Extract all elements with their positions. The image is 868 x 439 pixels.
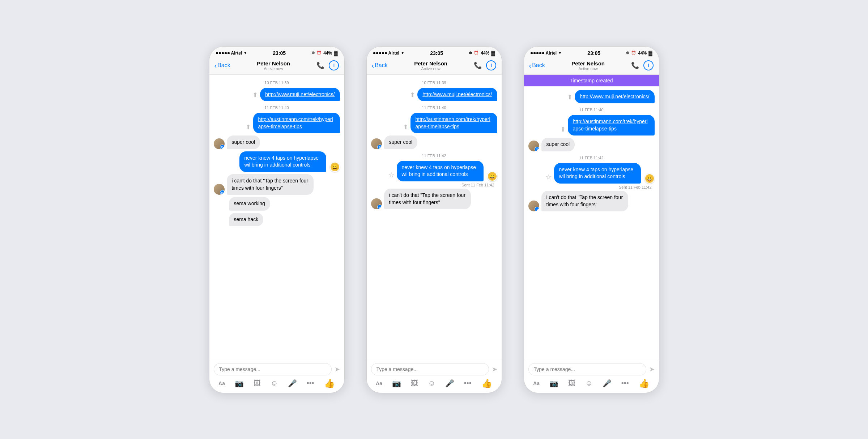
input-area: ➤ Aa 📷 🖼 ☺ 🎤 ••• 👍 bbox=[367, 360, 502, 393]
chat-area: ⬆http://www.muji.net/electronics/11 FEB … bbox=[524, 86, 659, 360]
audio-button[interactable]: 🎤 bbox=[288, 379, 297, 388]
time-label: 23:05 bbox=[273, 50, 286, 56]
phone-phone3: Airtel▼23:05⊕⏰44%▓‹BackPeter NelsonActiv… bbox=[524, 46, 659, 393]
camera-button[interactable]: 📷 bbox=[549, 379, 558, 388]
photo-button[interactable]: 🖼 bbox=[254, 379, 261, 387]
message-timestamp: 11 FEB 11:42 bbox=[371, 154, 497, 158]
thumbs-up-button[interactable]: 👍 bbox=[481, 378, 492, 388]
sent-status-label: Sent 11 Feb 11:42 bbox=[619, 185, 652, 189]
battery-label: 44% bbox=[323, 51, 332, 56]
back-button[interactable]: ‹Back bbox=[529, 61, 545, 70]
toolbar-row: Aa 📷 🖼 ☺ 🎤 ••• 👍 bbox=[528, 375, 655, 390]
message-row: mi can't do that "Tap the screen four ti… bbox=[528, 191, 655, 211]
message-bubble-sent-link[interactable]: http://www.muji.net/electronics/ bbox=[260, 88, 340, 102]
audio-button[interactable]: 🎤 bbox=[445, 379, 454, 388]
message-bubble-sent-link[interactable]: http://www.muji.net/electronics/ bbox=[575, 90, 654, 104]
contact-name: Peter Nelson bbox=[571, 60, 605, 66]
avatar: m bbox=[528, 141, 539, 151]
emoji-button[interactable]: ☺ bbox=[271, 379, 278, 387]
phone-call-icon[interactable]: 📞 bbox=[631, 61, 639, 69]
message-bubble-received: i can't do that "Tap the screen four tim… bbox=[541, 191, 628, 211]
more-button[interactable]: ••• bbox=[464, 379, 472, 387]
message-input[interactable] bbox=[371, 363, 489, 375]
message-input[interactable] bbox=[214, 363, 332, 375]
message-bubble-sent-link[interactable]: http://austinmann.com/trek/hyperlapse-ti… bbox=[253, 113, 340, 133]
back-button[interactable]: ‹Back bbox=[372, 61, 388, 70]
back-arrow-icon: ‹ bbox=[372, 61, 374, 70]
status-right: ⊕⏰44%▓ bbox=[311, 50, 337, 56]
more-button[interactable]: ••• bbox=[307, 379, 314, 387]
info-icon: i bbox=[648, 63, 649, 68]
nav-bar: ‹BackPeter NelsonActive now 📞 i bbox=[367, 58, 502, 75]
photo-button[interactable]: 🖼 bbox=[411, 379, 418, 387]
message-bubble-sent-link[interactable]: http://www.muji.net/electronics/ bbox=[417, 88, 497, 102]
photo-button[interactable]: 🖼 bbox=[568, 379, 575, 387]
gps-icon: ⊕ bbox=[626, 51, 629, 55]
message-bubble-received: i can't do that "Tap the screen four tim… bbox=[384, 189, 471, 209]
thumbs-up-button[interactable]: 👍 bbox=[639, 378, 650, 388]
time-label: 23:05 bbox=[587, 50, 600, 56]
back-button[interactable]: ‹Back bbox=[214, 61, 230, 70]
info-button[interactable]: i bbox=[329, 60, 339, 70]
star-icon[interactable]: ☆ bbox=[388, 171, 395, 181]
messenger-badge-icon: m bbox=[379, 206, 381, 208]
message-bubble-sent-link[interactable]: http://austinmann.com/trek/hyperlapse-ti… bbox=[410, 113, 497, 133]
more-button[interactable]: ••• bbox=[621, 379, 629, 387]
message-row: sema hack bbox=[214, 213, 340, 227]
emoji-reaction[interactable]: 😀 bbox=[644, 173, 655, 184]
share-icon[interactable]: ⬆ bbox=[403, 123, 408, 131]
audio-button[interactable]: 🎤 bbox=[603, 379, 612, 388]
status-bar: Airtel▼23:05⊕⏰44%▓ bbox=[367, 47, 502, 58]
share-icon-wrap: ⬆ bbox=[246, 123, 251, 133]
message-row: ☆never knew 4 taps on hyperlapse wil bri… bbox=[388, 161, 497, 181]
nav-center: Peter NelsonActive now bbox=[571, 60, 605, 71]
avatar: m bbox=[371, 138, 382, 149]
back-label: Back bbox=[532, 62, 545, 69]
alarm-icon: ⏰ bbox=[631, 51, 636, 55]
back-arrow-icon: ‹ bbox=[529, 61, 532, 70]
status-bar: Airtel▼23:05⊕⏰44%▓ bbox=[209, 47, 344, 58]
text-format-button[interactable]: Aa bbox=[533, 380, 540, 386]
share-icon[interactable]: ⬆ bbox=[252, 91, 258, 99]
message-row: ⬆http://www.muji.net/electronics/ bbox=[214, 88, 340, 102]
status-right: ⊕⏰44%▓ bbox=[469, 50, 495, 56]
emoji-reaction[interactable]: 😀 bbox=[330, 162, 340, 172]
chat-area: 10 FEB 11:39⬆http://www.muji.net/electro… bbox=[367, 75, 502, 360]
share-icon[interactable]: ⬆ bbox=[246, 123, 251, 131]
alarm-icon: ⏰ bbox=[474, 51, 479, 55]
text-format-button[interactable]: Aa bbox=[218, 380, 225, 386]
thumbs-up-button[interactable]: 👍 bbox=[324, 378, 335, 388]
phone-call-icon[interactable]: 📞 bbox=[474, 61, 482, 69]
sent-status-label: Sent 11 Feb 11:42 bbox=[461, 183, 494, 187]
star-icon[interactable]: ☆ bbox=[545, 173, 552, 184]
share-icon[interactable]: ⬆ bbox=[560, 125, 566, 133]
emoji-button[interactable]: ☺ bbox=[428, 379, 435, 387]
message-row: ⬆http://www.muji.net/electronics/ bbox=[528, 90, 655, 104]
avatar: m bbox=[371, 198, 382, 209]
send-button[interactable]: ➤ bbox=[335, 365, 340, 373]
message-input[interactable] bbox=[528, 363, 646, 375]
message-row: ⬆http://austinmann.com/trek/hyperlapse-t… bbox=[214, 113, 340, 133]
phone-call-icon[interactable]: 📞 bbox=[316, 61, 324, 69]
input-row: ➤ bbox=[528, 363, 655, 375]
info-button[interactable]: i bbox=[486, 60, 496, 70]
share-icon[interactable]: ⬆ bbox=[410, 91, 415, 99]
message-timestamp: 11 FEB 11:42 bbox=[528, 156, 655, 160]
info-button[interactable]: i bbox=[643, 60, 654, 70]
message-bubble-sent-link[interactable]: http://austinmann.com/trek/hyperlapse-ti… bbox=[568, 115, 655, 135]
input-row: ➤ bbox=[214, 363, 340, 375]
timestamp-highlight-bar: Timestamp created bbox=[524, 75, 659, 86]
send-button[interactable]: ➤ bbox=[649, 365, 655, 373]
camera-button[interactable]: 📷 bbox=[392, 379, 401, 388]
messenger-badge-icon: m bbox=[536, 148, 538, 150]
emoji-reaction[interactable]: 😀 bbox=[487, 171, 497, 181]
message-bubble-sent: never knew 4 taps on hyperlapse wil brin… bbox=[239, 151, 326, 172]
chat-area: 10 FEB 11:39⬆http://www.muji.net/electro… bbox=[209, 75, 344, 360]
emoji-button[interactable]: ☺ bbox=[585, 379, 592, 387]
text-format-button[interactable]: Aa bbox=[376, 380, 382, 386]
camera-button[interactable]: 📷 bbox=[235, 379, 244, 388]
message-row: mi can't do that "Tap the screen four ti… bbox=[214, 174, 340, 195]
share-icon[interactable]: ⬆ bbox=[567, 93, 573, 101]
send-button[interactable]: ➤ bbox=[492, 365, 497, 373]
avatar: m bbox=[214, 138, 225, 149]
